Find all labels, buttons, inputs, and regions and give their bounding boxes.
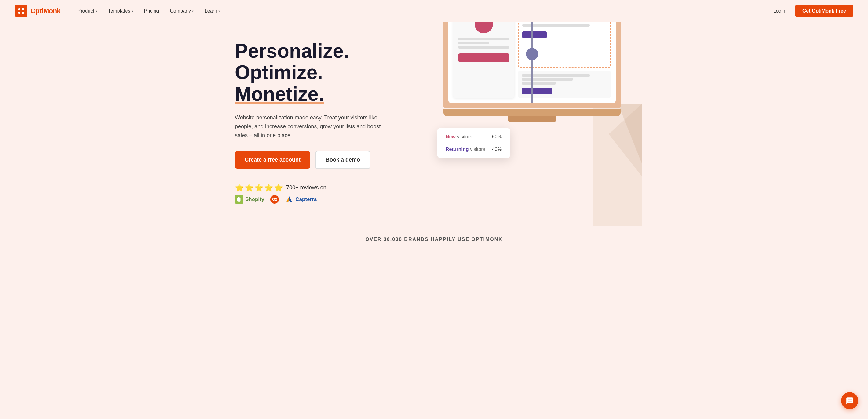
star-icons: ⭐⭐⭐⭐⭐ bbox=[235, 184, 284, 192]
nav-pricing[interactable]: Pricing bbox=[139, 6, 164, 16]
vc-new-percent: 60% bbox=[492, 134, 502, 139]
logo-icon bbox=[15, 5, 28, 18]
srb-line-3 bbox=[522, 82, 556, 85]
logo-text: OptiMonk bbox=[31, 7, 60, 15]
bottom-banner: OVER 30,000 BRANDS HAPPILY USE OPTIMONK bbox=[0, 228, 868, 251]
bottom-banner-text: OVER 30,000 BRANDS HAPPILY USE OPTIMONK bbox=[8, 237, 860, 242]
capterra-label: Capterra bbox=[295, 196, 317, 202]
nav-links: Product ▾ Templates ▾ Pricing Company ▾ … bbox=[72, 6, 768, 16]
nav-product-chevron: ▾ bbox=[96, 9, 97, 13]
nav-templates-chevron: ▾ bbox=[132, 9, 133, 13]
vc-new-label: New visitors bbox=[445, 134, 472, 139]
logo[interactable]: OptiMonk bbox=[15, 5, 60, 18]
nav-company[interactable]: Company ▾ bbox=[165, 6, 198, 16]
nav-actions: Login Get OptiMonk Free bbox=[769, 5, 853, 18]
vc-new-row: New visitors 60% bbox=[445, 134, 502, 139]
card-line-1 bbox=[458, 38, 509, 40]
vc-divider bbox=[445, 144, 502, 144]
book-demo-button[interactable]: Book a demo bbox=[315, 151, 370, 169]
screen-left-card bbox=[453, 10, 514, 98]
sr-purple-cta bbox=[522, 31, 547, 38]
vc-returning-text: Returning bbox=[445, 147, 469, 152]
svg-rect-3 bbox=[22, 11, 24, 14]
shopify-badge[interactable]: Shopify bbox=[235, 195, 264, 204]
nav-templates[interactable]: Templates ▾ bbox=[103, 6, 138, 16]
card-cta-button bbox=[458, 54, 509, 62]
get-free-button[interactable]: Get OptiMonk Free bbox=[795, 5, 853, 18]
vc-visitors-suffix-returning: visitors bbox=[470, 147, 485, 152]
shopify-icon bbox=[235, 195, 243, 204]
bg-decoration bbox=[532, 103, 642, 226]
capterra-icon bbox=[285, 195, 293, 204]
nav-company-label: Company bbox=[170, 8, 191, 14]
laptop-base bbox=[443, 109, 621, 116]
g2-badge[interactable]: G2 bbox=[270, 195, 279, 204]
hero-left: Personalize. Optimize. Monetize. Website… bbox=[235, 40, 431, 204]
svg-rect-0 bbox=[18, 8, 21, 10]
navbar: OptiMonk Product ▾ Templates ▾ Pricing C… bbox=[0, 0, 868, 22]
chat-button[interactable] bbox=[841, 392, 858, 409]
slider-handle-icon bbox=[529, 51, 535, 57]
srb-purple-btn bbox=[522, 88, 552, 94]
svg-rect-2 bbox=[18, 11, 21, 14]
nav-product-label: Product bbox=[77, 8, 94, 14]
card-lines bbox=[458, 38, 509, 49]
vc-visitors-suffix-new: visitors bbox=[457, 134, 472, 139]
hero-section: Personalize. Optimize. Monetize. Website… bbox=[220, 22, 648, 228]
vc-new-text: New bbox=[445, 134, 456, 139]
svg-rect-1 bbox=[22, 8, 24, 10]
nav-templates-label: Templates bbox=[108, 8, 130, 14]
reviews-section: ⭐⭐⭐⭐⭐ 700+ reviews on Shopify G2 bbox=[235, 184, 419, 204]
vc-returning-percent: 40% bbox=[492, 147, 502, 152]
nav-pricing-label: Pricing bbox=[144, 8, 159, 14]
logo-svg bbox=[18, 7, 25, 15]
vc-returning-row: Returning visitors 40% bbox=[445, 147, 502, 152]
svg-marker-5 bbox=[286, 196, 289, 202]
srb-lines bbox=[522, 74, 607, 85]
platforms-row: Shopify G2 Capterra bbox=[235, 195, 419, 204]
reviews-text: 700+ reviews on bbox=[286, 185, 327, 191]
login-button[interactable]: Login bbox=[769, 6, 790, 16]
shopify-label: Shopify bbox=[245, 196, 264, 202]
g2-icon: G2 bbox=[270, 195, 279, 204]
nav-product[interactable]: Product ▾ bbox=[72, 6, 102, 16]
nav-learn-label: Learn bbox=[205, 8, 217, 14]
card-line-3 bbox=[458, 46, 509, 49]
vc-returning-label: Returning visitors bbox=[445, 147, 485, 152]
stars-row: ⭐⭐⭐⭐⭐ 700+ reviews on bbox=[235, 184, 419, 192]
slider-handle[interactable] bbox=[526, 48, 538, 60]
card-line-2 bbox=[458, 42, 489, 44]
nav-company-chevron: ▾ bbox=[192, 9, 194, 13]
visitor-card: New visitors 60% Returning visitors 40% bbox=[437, 128, 510, 158]
nav-learn-chevron: ▾ bbox=[218, 9, 220, 13]
create-account-button[interactable]: Create a free account bbox=[235, 151, 310, 169]
hero-title-line2: Monetize. bbox=[235, 84, 324, 105]
hero-buttons: Create a free account Book a demo bbox=[235, 151, 419, 169]
hero-description: Website personalization made easy. Treat… bbox=[235, 113, 394, 139]
srb-line-2 bbox=[522, 78, 573, 80]
hero-title-line1: Personalize. Optimize. bbox=[235, 40, 349, 84]
nav-learn[interactable]: Learn ▾ bbox=[200, 6, 225, 16]
hero-title: Personalize. Optimize. Monetize. bbox=[235, 40, 419, 105]
capterra-badge[interactable]: Capterra bbox=[285, 195, 317, 204]
logo-text-part1: Opti bbox=[31, 7, 43, 15]
logo-text-part2: Monk bbox=[43, 7, 60, 15]
chat-icon bbox=[846, 397, 854, 405]
laptop-stand bbox=[507, 116, 556, 122]
